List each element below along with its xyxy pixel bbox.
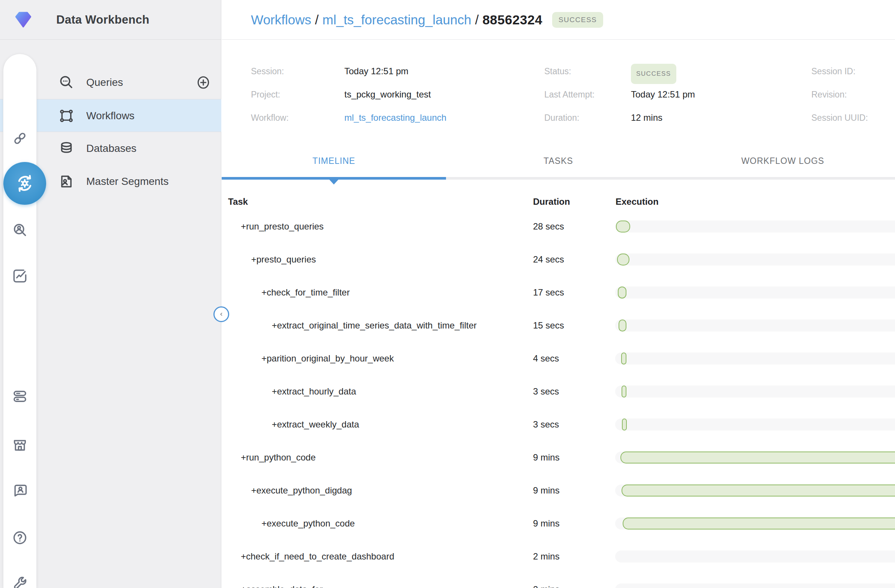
execution-track	[615, 320, 895, 332]
breadcrumb-workflow-name-link[interactable]: ml_ts_forecasting_launch	[323, 12, 472, 27]
execution-track	[615, 385, 895, 397]
task-duration: 9 mins	[533, 474, 560, 507]
app-title: Data Workbench	[56, 0, 149, 40]
table-row[interactable]: +presto_queries24 secs	[222, 243, 895, 276]
workflow-icon	[58, 108, 74, 124]
table-row[interactable]: +execute_python_digdag9 mins	[222, 474, 895, 507]
task-name: +extract_hourly_data	[272, 375, 356, 408]
table-row[interactable]: +parition_original_by_hour_week4 secs	[222, 342, 895, 375]
store-icon[interactable]	[12, 436, 28, 453]
task-name: +parition_original_by_hour_week	[261, 342, 394, 375]
execution-bar	[622, 418, 627, 430]
execution-track	[615, 418, 895, 430]
task-name: +extract_weekly_data	[272, 408, 360, 441]
table-row[interactable]: +extract_weekly_data3 secs	[222, 408, 895, 441]
meta-label: Session ID:	[812, 64, 856, 78]
column-header-duration: Duration	[533, 194, 570, 209]
task-name: +assemble_data_for	[241, 573, 323, 588]
task-duration: 15 secs	[533, 309, 564, 342]
table-row[interactable]: +extract_hourly_data3 secs	[222, 375, 895, 408]
execution-track	[615, 353, 895, 365]
icon-rail: DK	[3, 54, 37, 588]
plus-icon[interactable]	[196, 75, 211, 90]
execution-bar	[617, 253, 630, 265]
execution-track	[615, 220, 895, 232]
task-name: +run_presto_queries	[241, 210, 324, 243]
chart-icon[interactable]	[12, 268, 28, 284]
tab-pointer-icon	[329, 180, 338, 185]
meta-label: Last Attempt:	[544, 87, 595, 102]
execution-track	[615, 485, 895, 497]
table-row[interactable]: +execute_python_code9 mins	[222, 507, 895, 540]
task-duration: 9 mins	[533, 507, 560, 540]
task-duration: 28 secs	[533, 210, 564, 243]
link-icon[interactable]	[12, 130, 28, 147]
task-duration: 4 secs	[533, 342, 559, 375]
contact-card-icon[interactable]	[12, 482, 28, 499]
workflow-link[interactable]: ml_ts_forecasting_launch	[344, 111, 446, 125]
task-duration: 24 secs	[533, 243, 564, 276]
tab-workflow-logs[interactable]: WORKFLOW LOGS	[671, 148, 895, 174]
timeline-table-header: Task Duration Execution	[222, 194, 895, 209]
session-meta-grid: Session:Today 12:51 pmProject:ts_pckg_wo…	[222, 64, 895, 135]
execution-track	[615, 452, 895, 464]
meta-label: Status:	[544, 64, 571, 78]
meta-value: Today 12:51 pm	[631, 87, 695, 102]
sidebar-item-label: Databases	[86, 132, 137, 165]
meta-value: 12 mins	[631, 111, 663, 125]
task-name: +execute_python_code	[261, 507, 355, 540]
execution-bar	[620, 452, 895, 464]
meta-label: Session UUID:	[812, 111, 868, 125]
execution-track	[615, 583, 895, 588]
task-name: +check_for_time_filter	[261, 276, 350, 309]
execution-bar	[623, 517, 895, 529]
chevron-left-icon	[217, 310, 225, 318]
user-search-icon[interactable]	[12, 222, 28, 238]
task-duration: 9 mins	[533, 441, 560, 474]
task-name: +check_if_need_to_create_dashboard	[241, 540, 394, 573]
tab-timeline[interactable]: TIMELINE	[222, 148, 446, 174]
tab-underline-track	[222, 177, 895, 180]
breadcrumb-separator: /	[475, 12, 479, 27]
execution-bar	[618, 286, 626, 299]
execution-bar	[621, 353, 626, 365]
breadcrumb-workflows-link[interactable]: Workflows	[251, 12, 311, 27]
main-content: Workflows / ml_ts_forecasting_launch / 8…	[222, 0, 895, 588]
meta-value: Today 12:51 pm	[344, 64, 408, 78]
execution-track	[615, 517, 895, 529]
rail-item-workflows[interactable]	[3, 162, 46, 205]
table-row[interactable]: +check_for_time_filter17 secs	[222, 276, 895, 309]
status-badge: SUCCESS	[631, 64, 676, 84]
gem-logo-icon	[14, 10, 33, 29]
column-header-task: Task	[228, 194, 248, 209]
table-row[interactable]: +check_if_need_to_create_dashboard2 mins	[222, 540, 895, 573]
sidebar-collapse-button[interactable]	[214, 306, 229, 322]
table-row[interactable]: +run_presto_queries28 secs	[222, 210, 895, 243]
sidebar-item-label: Master Segments	[86, 165, 168, 198]
task-name: +presto_queries	[251, 243, 316, 276]
table-row[interactable]: +run_python_code9 mins	[222, 441, 895, 474]
breadcrumb: Workflows / ml_ts_forecasting_launch / 8…	[251, 0, 603, 40]
sidebar-item-label: Workflows	[86, 99, 135, 132]
task-duration: 2 mins	[533, 540, 560, 573]
table-row[interactable]: +extract_original_time_series_data_with_…	[222, 309, 895, 342]
task-duration: 3 secs	[533, 375, 559, 408]
meta-label: Revision:	[812, 87, 847, 102]
help-icon[interactable]	[12, 529, 28, 546]
toggles-icon[interactable]	[12, 388, 28, 405]
execution-track	[615, 253, 895, 265]
meta-label: Duration:	[544, 111, 579, 125]
sidebar: Data Workbench QueriesWorkflowsDatabases…	[0, 0, 221, 588]
wrench-icon[interactable]	[12, 575, 28, 588]
tab-tasks[interactable]: TASKS	[446, 148, 670, 174]
execution-track	[615, 286, 895, 299]
execution-bar	[622, 385, 626, 397]
task-duration: 2 mins	[533, 573, 560, 588]
task-duration: 17 secs	[533, 276, 564, 309]
execution-bar	[619, 320, 626, 332]
table-row[interactable]: +assemble_data_for2 mins	[222, 573, 895, 588]
sidebar-header: Data Workbench	[0, 0, 221, 40]
tab-underline-active	[222, 177, 446, 180]
execution-track	[615, 550, 895, 562]
execution-bar	[622, 485, 895, 497]
